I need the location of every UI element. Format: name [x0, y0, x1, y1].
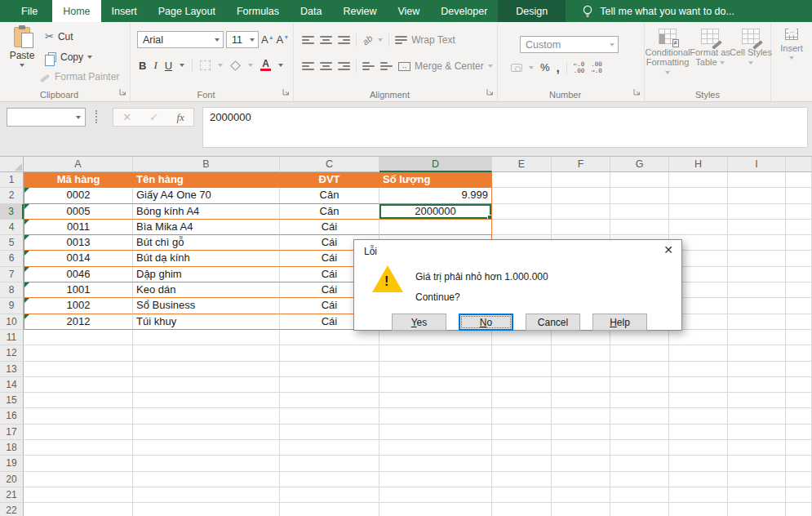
column-header-A[interactable]: A [24, 157, 133, 172]
cell-F16[interactable] [552, 408, 610, 424]
font-name-combobox[interactable]: Arial [137, 31, 224, 48]
cell-B2[interactable]: Giấy A4 One 70 [133, 188, 280, 203]
cell-C17[interactable] [280, 425, 379, 440]
cell-A18[interactable] [24, 440, 133, 456]
cell-A3[interactable]: 0005 [24, 204, 133, 220]
row-header-12[interactable]: 12 [0, 345, 24, 361]
cell-H2[interactable] [669, 188, 728, 203]
cell-H15[interactable] [669, 393, 728, 408]
cell-G12[interactable] [610, 345, 669, 361]
cell-I17[interactable] [728, 425, 786, 440]
row-header-16[interactable]: 16 [0, 408, 24, 424]
cell-C2[interactable]: Cân [280, 188, 379, 203]
row-header-13[interactable]: 13 [0, 362, 24, 377]
cell-C21[interactable] [280, 487, 379, 503]
cell-H3[interactable] [669, 204, 728, 220]
cell-A9[interactable]: 1002 [24, 298, 133, 314]
copy-button[interactable]: Copy [45, 51, 92, 63]
cell[interactable] [786, 314, 812, 330]
cell-E14[interactable] [492, 377, 552, 393]
align-bottom-icon[interactable] [338, 36, 350, 44]
accounting-format-icon[interactable] [511, 64, 522, 72]
percent-style-button[interactable]: % [540, 61, 550, 73]
cell-H18[interactable] [669, 440, 728, 456]
merge-center-dropdown-icon[interactable] [488, 64, 493, 68]
cell-E16[interactable] [492, 408, 552, 424]
cell[interactable] [786, 188, 812, 203]
cut-button[interactable]: ✂ Cut [45, 31, 73, 42]
cell-styles-button[interactable]: Cell Styles [730, 29, 772, 67]
cell-E19[interactable] [492, 456, 552, 471]
cell-A1[interactable]: Mã hàng [24, 172, 133, 188]
orientation-dropdown-icon[interactable] [378, 38, 383, 42]
cell-C16[interactable] [280, 408, 379, 424]
cell-C1[interactable]: ĐVT [280, 172, 379, 188]
cell-B15[interactable] [133, 393, 280, 408]
cell-A5[interactable]: 0013 [24, 235, 133, 251]
cell-E4[interactable] [492, 220, 552, 235]
insert-function-icon[interactable]: fx [176, 111, 184, 124]
cell-G22[interactable] [610, 503, 669, 516]
borders-dropdown-icon[interactable] [218, 64, 223, 67]
cell-H19[interactable] [669, 456, 728, 471]
tab-file[interactable]: File [7, 0, 52, 22]
cell-F4[interactable] [552, 220, 610, 235]
number-dialog-launcher-icon[interactable] [633, 87, 641, 98]
cell-D4[interactable] [379, 220, 492, 235]
cell-A19[interactable] [24, 456, 133, 471]
merge-center-button[interactable]: ↔ Merge & Center [398, 60, 493, 72]
format-painter-button[interactable]: Format Painter [39, 71, 119, 82]
cell-B14[interactable] [133, 377, 280, 393]
font-dialog-launcher-icon[interactable] [282, 87, 290, 98]
cell-B11[interactable] [133, 330, 280, 345]
cell-F20[interactable] [552, 472, 610, 487]
number-format-dropdown-icon[interactable] [610, 43, 615, 47]
cell-H22[interactable] [669, 503, 728, 516]
cell-C20[interactable] [280, 472, 379, 487]
close-icon[interactable] [663, 243, 673, 256]
bold-button[interactable]: B [139, 60, 146, 72]
cell-E3[interactable] [492, 204, 552, 220]
cell-G13[interactable] [610, 362, 669, 377]
cell-H14[interactable] [669, 377, 728, 393]
underline-button[interactable]: U [165, 60, 172, 72]
cell-B22[interactable] [133, 503, 280, 516]
cell[interactable] [786, 220, 812, 235]
cell-E1[interactable] [492, 172, 552, 188]
cell-D18[interactable] [379, 440, 492, 456]
cell-I10[interactable] [728, 314, 786, 330]
cell-D22[interactable] [379, 503, 492, 516]
tab-insert[interactable]: Insert [101, 0, 148, 22]
cell-A16[interactable] [24, 408, 133, 424]
cell-B18[interactable] [133, 440, 280, 456]
cell-C4[interactable]: Cái [280, 220, 379, 235]
cell-G20[interactable] [610, 472, 669, 487]
cell-H4[interactable] [669, 220, 728, 235]
cell-F12[interactable] [552, 345, 610, 361]
cell-F18[interactable] [552, 440, 610, 456]
cell-I6[interactable] [728, 251, 786, 266]
alignment-dialog-launcher-icon[interactable] [486, 87, 494, 98]
cell-I15[interactable] [728, 393, 786, 408]
cell-B17[interactable] [133, 425, 280, 440]
cell[interactable] [786, 503, 812, 516]
cell-B16[interactable] [133, 408, 280, 424]
cell[interactable] [786, 282, 812, 298]
cell-B4[interactable]: Bìa Mika A4 [133, 220, 280, 235]
cell-H21[interactable] [669, 487, 728, 503]
cell-B7[interactable]: Dập ghim [133, 267, 280, 282]
cell[interactable] [786, 472, 812, 487]
confirm-entry-icon[interactable]: ✓ [149, 111, 158, 123]
cell-F1[interactable] [552, 172, 610, 188]
format-as-table-button[interactable]: Format as Table [689, 29, 731, 67]
cell-E22[interactable] [492, 503, 552, 516]
font-size-combobox[interactable]: 11 [226, 31, 259, 48]
comma-style-button[interactable]: , [557, 60, 560, 74]
italic-button[interactable]: I [153, 59, 157, 72]
formula-input[interactable]: 2000000 [202, 107, 808, 148]
cell-H12[interactable] [669, 345, 728, 361]
cell-C15[interactable] [280, 393, 379, 408]
cell-I16[interactable] [728, 408, 786, 424]
cell[interactable] [786, 425, 812, 440]
cell[interactable] [786, 251, 812, 266]
